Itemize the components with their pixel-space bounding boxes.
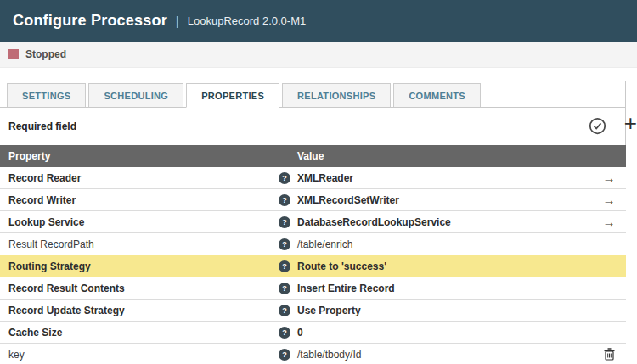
help-icon[interactable]: ? (279, 172, 290, 184)
property-name: Result RecordPath (8, 238, 94, 250)
processor-name-version: LookupRecord 2.0.0-M1 (188, 14, 306, 27)
row-actions: → (592, 171, 626, 184)
property-cell: Routing Strategy ? (0, 260, 297, 272)
property-name: Record Reader (8, 172, 81, 184)
dialog-header: Configure Processor | LookupRecord 2.0.0… (0, 0, 637, 42)
property-value-cell[interactable]: DatabaseRecordLookupService (297, 216, 592, 228)
property-row-routing-strategy: Routing Strategy ? Route to 'success' (0, 255, 626, 277)
tab-bar: SETTINGS SCHEDULING PROPERTIES RELATIONS… (0, 81, 625, 108)
property-row-result-recordpath: Result RecordPath ? /table/enrich (0, 233, 626, 255)
property-row-cache-size: Cache Size ? 0 (0, 322, 626, 344)
properties-table: Property Value Record Reader ? XMLReader… (0, 145, 626, 364)
property-value-cell[interactable]: Use Property (297, 305, 592, 316)
stopped-status-icon (8, 49, 19, 59)
verify-properties-icon[interactable] (589, 117, 606, 135)
value-column-header: Value (297, 150, 626, 162)
property-cell: Lookup Service ? (0, 216, 297, 228)
property-value-cell[interactable]: /table/enrich (297, 238, 592, 250)
table-toolbar: Required field + (0, 108, 625, 145)
help-icon[interactable]: ? (279, 260, 290, 272)
tab-scheduling[interactable]: SCHEDULING (88, 83, 183, 108)
property-name: key (8, 349, 25, 361)
property-value-cell[interactable]: 0 (297, 327, 592, 339)
property-value-cell[interactable]: XMLRecordSetWriter (297, 194, 592, 206)
property-name: Routing Strategy (8, 260, 91, 272)
go-to-service-icon[interactable]: → (603, 216, 616, 228)
tab-settings[interactable]: SETTINGS (7, 83, 86, 108)
tab-comments[interactable]: COMMENTS (393, 83, 481, 108)
dialog-title: Configure Processor (13, 12, 167, 30)
property-name: Record Writer (8, 194, 76, 206)
property-row-lookup-service: Lookup Service ? DatabaseRecordLookupSer… (0, 211, 626, 233)
property-value-cell[interactable]: Route to 'success' (297, 260, 592, 272)
row-actions: → (592, 193, 626, 206)
property-column-header: Property (0, 150, 297, 162)
row-actions (592, 348, 626, 361)
property-value-cell[interactable]: /table/tbody/Id (297, 349, 592, 361)
property-cell: Record Update Strategy ? (0, 305, 297, 316)
tab-properties[interactable]: PROPERTIES (186, 83, 279, 108)
status-label: Stopped (25, 48, 66, 60)
property-name: Record Update Strategy (8, 305, 125, 316)
table-header-row: Property Value (0, 145, 626, 167)
add-property-button[interactable]: + (624, 112, 637, 134)
property-cell: Record Result Contents ? (0, 283, 297, 294)
property-row-record-reader: Record Reader ? XMLReader → (0, 167, 626, 189)
property-row-record-result-contents: Record Result Contents ? Insert Entire R… (0, 277, 626, 300)
property-row-record-writer: Record Writer ? XMLRecordSetWriter → (0, 189, 626, 211)
help-icon[interactable]: ? (279, 283, 290, 294)
property-cell: Record Reader ? (0, 172, 297, 184)
property-name: Cache Size (8, 327, 62, 339)
help-icon[interactable]: ? (279, 305, 290, 316)
property-cell: Cache Size ? (0, 327, 297, 339)
property-name: Lookup Service (8, 216, 84, 228)
go-to-service-icon[interactable]: → (603, 171, 616, 184)
property-name: Record Result Contents (8, 283, 125, 294)
property-cell: key ? (0, 349, 297, 361)
required-field-label: Required field (8, 120, 76, 132)
dialog-content: SETTINGS SCHEDULING PROPERTIES RELATIONS… (0, 81, 626, 364)
help-icon[interactable]: ? (279, 349, 290, 361)
go-to-service-icon[interactable]: → (603, 193, 616, 206)
title-separator: | (176, 14, 179, 28)
property-row-record-update-strategy: Record Update Strategy ? Use Property (0, 300, 626, 322)
help-icon[interactable]: ? (279, 327, 290, 339)
tab-relationships[interactable]: RELATIONSHIPS (282, 83, 391, 108)
property-cell: Record Writer ? (0, 194, 297, 206)
status-bar: Stopped (0, 42, 637, 68)
help-icon[interactable]: ? (279, 194, 290, 206)
property-cell: Result RecordPath ? (0, 238, 297, 250)
delete-property-icon[interactable] (604, 348, 615, 361)
property-row-key: key ? /table/tbody/Id (0, 344, 626, 364)
property-value-cell[interactable]: Insert Entire Record (297, 283, 592, 294)
help-icon[interactable]: ? (279, 238, 290, 250)
row-actions: → (592, 216, 626, 228)
property-value-cell[interactable]: XMLReader (297, 172, 592, 184)
help-icon[interactable]: ? (279, 216, 290, 228)
